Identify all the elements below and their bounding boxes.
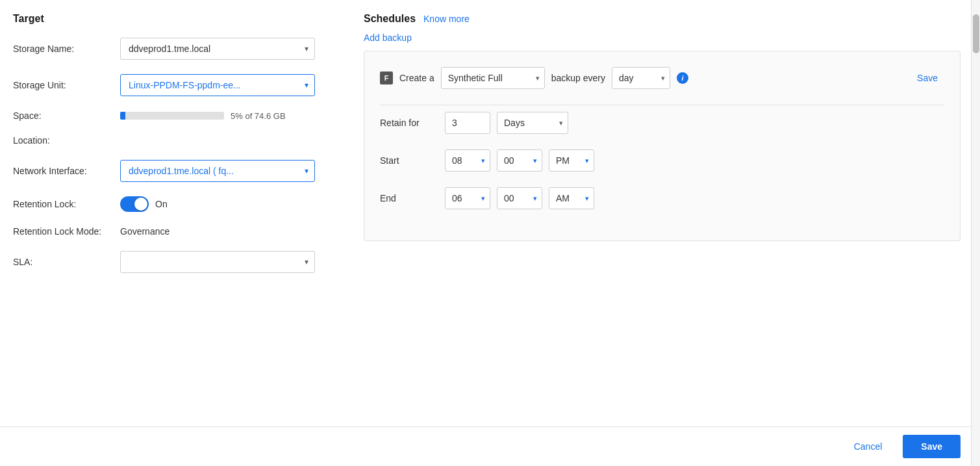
backup-type-select[interactable]: Synthetic Full Full Incremental Differen…: [441, 67, 545, 89]
scrollbar[interactable]: [971, 0, 980, 426]
frequency-select-wrapper: day week month: [612, 67, 670, 89]
retention-lock-mode-value: Governance: [120, 226, 170, 237]
know-more-link[interactable]: Know more: [423, 14, 470, 24]
end-ampm-wrapper: AMPM: [549, 187, 594, 209]
network-interface-select-wrapper: ddveprod1.tme.local ( fq...: [120, 160, 315, 182]
end-label: End: [380, 193, 438, 203]
retention-lock-label: Retention Lock:: [13, 199, 120, 209]
save-inline-button[interactable]: Save: [911, 69, 944, 87]
end-hour-select[interactable]: 06 01020304 050708 09101112: [445, 187, 490, 209]
storage-unit-row: Storage Unit: Linux-PPDM-FS-ppdm-ee...: [13, 74, 338, 96]
retain-unit-select[interactable]: Days Weeks Months Years: [497, 112, 568, 134]
network-interface-control: ddveprod1.tme.local ( fq...: [120, 160, 315, 182]
create-row: F Create a Synthetic Full Full Increment…: [380, 67, 944, 89]
toggle-wrapper: On: [120, 196, 168, 212]
cancel-button[interactable]: Cancel: [841, 436, 896, 457]
retain-for-label: Retain for: [380, 118, 438, 128]
add-backup-link[interactable]: Add backup: [364, 32, 961, 43]
space-bar: [120, 112, 224, 120]
end-hour-wrapper: 06 01020304 050708 09101112: [445, 187, 490, 209]
location-row: Location:: [13, 135, 338, 146]
start-label: Start: [380, 155, 438, 166]
retention-lock-mode-row: Retention Lock Mode: Governance: [13, 226, 338, 237]
backup-type-select-wrapper: Synthetic Full Full Incremental Differen…: [441, 67, 545, 89]
network-interface-select[interactable]: ddveprod1.tme.local ( fq...: [120, 160, 315, 182]
retain-row: Retain for Days Weeks Months Years: [380, 112, 944, 134]
start-row: Start 08 01020304 050607 09101112 001530…: [380, 149, 944, 172]
left-panel: Target Storage Name: ddveprod1.tme.local…: [13, 13, 351, 413]
every-label: backup every: [551, 73, 605, 83]
target-title: Target: [13, 13, 338, 25]
page-container: Target Storage Name: ddveprod1.tme.local…: [0, 0, 980, 466]
start-ampm-select[interactable]: PMAM: [549, 149, 594, 172]
storage-name-label: Storage Name:: [13, 44, 120, 54]
space-bar-container: 5% of 74.6 GB: [120, 111, 286, 121]
end-minute-select[interactable]: 00153045: [497, 187, 542, 209]
create-label: Create a: [399, 73, 434, 83]
location-label: Location:: [13, 135, 50, 146]
backup-type-icon: F: [380, 71, 393, 84]
sla-row: SLA:: [13, 251, 338, 273]
retain-unit-select-wrapper: Days Weeks Months Years: [497, 112, 568, 134]
retain-value-input[interactable]: [445, 112, 490, 134]
retention-lock-row: Retention Lock: On: [13, 196, 338, 212]
storage-unit-select[interactable]: Linux-PPDM-FS-ppdm-ee...: [120, 74, 315, 96]
save-button[interactable]: Save: [903, 435, 961, 458]
retention-lock-toggle[interactable]: [120, 196, 149, 212]
space-text: 5% of 74.6 GB: [231, 111, 286, 121]
end-row: End 06 01020304 050708 09101112 00153045: [380, 187, 944, 209]
end-minute-wrapper: 00153045: [497, 187, 542, 209]
start-minute-select[interactable]: 00153045: [497, 149, 542, 172]
retention-lock-value: On: [155, 199, 168, 209]
space-row: Space: 5% of 74.6 GB: [13, 110, 338, 121]
info-icon[interactable]: i: [677, 72, 688, 84]
schedules-title: Schedules: [364, 13, 416, 25]
sla-select[interactable]: [120, 251, 315, 273]
storage-unit-select-wrapper: Linux-PPDM-FS-ppdm-ee...: [120, 74, 315, 96]
sla-control: [120, 251, 315, 273]
start-minute-wrapper: 00153045: [497, 149, 542, 172]
start-hour-select[interactable]: 08 01020304 050607 09101112: [445, 149, 490, 172]
right-panel: Schedules Know more Add backup F Create …: [351, 13, 961, 413]
end-ampm-select[interactable]: AMPM: [549, 187, 594, 209]
storage-unit-label: Storage Unit:: [13, 80, 120, 90]
start-ampm-wrapper: PMAM: [549, 149, 594, 172]
storage-unit-control: Linux-PPDM-FS-ppdm-ee...: [120, 74, 315, 96]
schedule-card: F Create a Synthetic Full Full Increment…: [364, 51, 961, 241]
storage-name-control: ddveprod1.tme.local: [120, 38, 315, 60]
sla-label: SLA:: [13, 257, 120, 267]
network-interface-row: Network Interface: ddveprod1.tme.local (…: [13, 160, 338, 182]
retention-lock-mode-label: Retention Lock Mode:: [13, 226, 120, 237]
scroll-thumb[interactable]: [973, 14, 979, 53]
storage-name-row: Storage Name: ddveprod1.tme.local: [13, 38, 338, 60]
storage-name-select[interactable]: ddveprod1.tme.local: [120, 38, 315, 60]
frequency-select[interactable]: day week month: [612, 67, 670, 89]
network-interface-label: Network Interface:: [13, 166, 120, 176]
storage-name-select-wrapper: ddveprod1.tme.local: [120, 38, 315, 60]
schedules-header: Schedules Know more: [364, 13, 961, 25]
sla-select-wrapper: [120, 251, 315, 273]
divider-1: [380, 105, 944, 105]
main-content: Target Storage Name: ddveprod1.tme.local…: [0, 0, 980, 426]
space-bar-fill: [120, 112, 125, 120]
footer: Cancel Save: [0, 426, 980, 466]
space-label: Space:: [13, 110, 120, 121]
start-hour-wrapper: 08 01020304 050607 09101112: [445, 149, 490, 172]
